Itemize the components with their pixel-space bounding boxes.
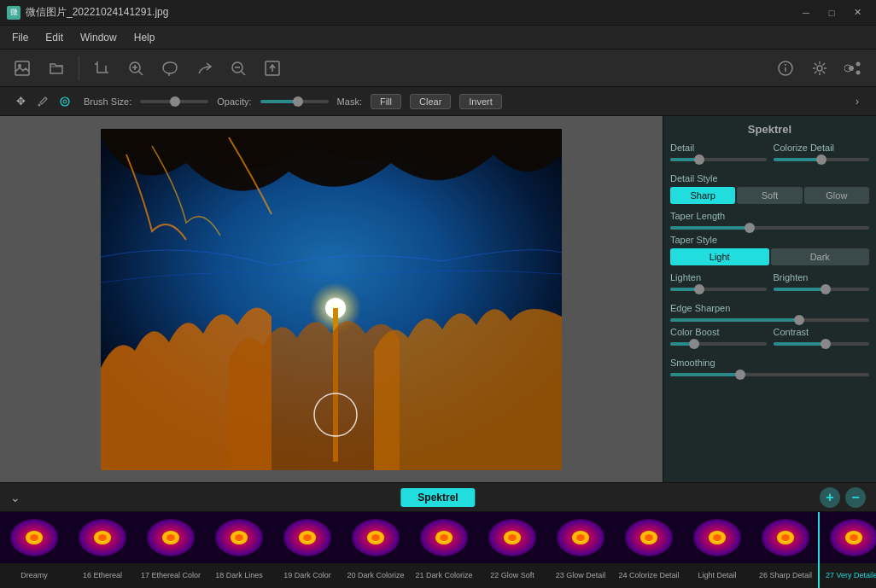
- thumbnail-image-26: [751, 512, 820, 563]
- image-tool-btn[interactable]: [7, 53, 38, 84]
- menu-help[interactable]: Help: [126, 28, 164, 47]
- thumbnail-item-15[interactable]: Dreamy: [0, 512, 68, 588]
- thumbnail-item-22[interactable]: 22 Glow Soft: [478, 512, 546, 588]
- thumbnail-item-18[interactable]: 18 Dark Lines: [205, 512, 273, 588]
- taper-light-btn[interactable]: Light: [670, 248, 769, 265]
- canvas-image: [101, 129, 562, 470]
- fill-button[interactable]: Fill: [371, 94, 401, 109]
- bottom-chevron[interactable]: ⌄: [10, 491, 20, 504]
- thumbnail-label-19: 19 Dark Color: [282, 563, 333, 588]
- thumbnail-item-17[interactable]: 17 Ethereal Color: [137, 512, 205, 588]
- thumbnail-item-20[interactable]: 20 Dark Colorize: [342, 512, 410, 588]
- thumbnail-item-23[interactable]: 23 Glow Detail: [546, 512, 615, 588]
- style-soft-btn[interactable]: Soft: [737, 187, 802, 204]
- window-controls: ─ □ ✕: [794, 3, 869, 22]
- color-boost-control: Color Boost: [670, 327, 767, 351]
- edge-sharpen-slider[interactable]: [670, 318, 869, 322]
- thumbnail-label-22: 22 Glow Soft: [488, 563, 536, 588]
- brighten-slider[interactable]: [774, 288, 870, 291]
- detail-slider[interactable]: [670, 158, 767, 161]
- zoom-in-tool-btn[interactable]: [120, 53, 151, 84]
- remove-preset-btn[interactable]: −: [845, 487, 866, 508]
- smoothing-slider[interactable]: [670, 373, 869, 376]
- svg-point-40: [166, 534, 175, 541]
- thumbnail-item-25[interactable]: Light Detail: [683, 512, 751, 588]
- thumbnail-item-19[interactable]: 19 Dark Color: [273, 512, 342, 588]
- share-btn[interactable]: [838, 53, 869, 84]
- thumbnail-image-20: [342, 512, 410, 563]
- thumbnail-image-24: [615, 512, 683, 563]
- add-preset-btn[interactable]: +: [820, 487, 840, 508]
- move-tool-icon[interactable]: ✥: [10, 91, 31, 112]
- zoom-out-tool-btn[interactable]: [223, 53, 254, 84]
- main-toolbar: [0, 49, 876, 87]
- svg-point-56: [440, 534, 448, 541]
- thumbnail-item-26[interactable]: 26 Sharp Detail: [751, 512, 820, 588]
- menu-file[interactable]: File: [3, 28, 37, 47]
- svg-rect-0: [15, 61, 29, 75]
- taper-length-label: Taper Length: [670, 211, 869, 221]
- opacity-slider[interactable]: [260, 100, 329, 103]
- menu-window[interactable]: Window: [72, 28, 126, 47]
- thumbnail-image-16: [68, 512, 137, 563]
- taper-dark-btn[interactable]: Dark: [771, 248, 870, 265]
- lasso-tool-btn[interactable]: [155, 53, 185, 84]
- lighten-slider[interactable]: [670, 288, 767, 291]
- detail-style-label: Detail Style: [670, 173, 869, 183]
- toolbar-right: [770, 53, 869, 84]
- color-boost-slider[interactable]: [670, 342, 767, 346]
- colorize-detail-slider[interactable]: [774, 158, 870, 161]
- info-btn[interactable]: [770, 53, 801, 84]
- svg-point-80: [850, 534, 858, 541]
- minimize-button[interactable]: ─: [794, 3, 818, 22]
- thumbnail-item-24[interactable]: 24 Colorize Detail: [615, 512, 683, 588]
- lighten-brighten-row: Lighten Brighten: [670, 272, 869, 296]
- menu-edit[interactable]: Edit: [37, 28, 72, 47]
- svg-point-60: [508, 534, 517, 541]
- eyedropper-tool-icon[interactable]: [32, 91, 53, 112]
- close-button[interactable]: ✕: [845, 3, 869, 22]
- svg-point-17: [856, 61, 861, 66]
- contrast-slider[interactable]: [774, 342, 870, 346]
- invert-button[interactable]: Invert: [459, 94, 502, 109]
- redo-tool-btn[interactable]: [189, 53, 219, 84]
- svg-point-21: [61, 97, 69, 106]
- canvas-area[interactable]: [0, 116, 663, 482]
- style-glow-btn[interactable]: Glow: [804, 187, 869, 204]
- crop-tool-btn[interactable]: [86, 53, 117, 84]
- smoothing-label: Smoothing: [670, 358, 869, 368]
- sub-toolbar: ✥ Brush Size: Opacity: Mask: Fill Clear …: [0, 87, 876, 116]
- thumbnail-item-21[interactable]: 21 Dark Colorize: [410, 512, 478, 588]
- export-tool-btn[interactable]: [257, 53, 288, 84]
- svg-point-76: [781, 534, 790, 541]
- thumbnail-image-17: [137, 512, 205, 563]
- lighten-control: Lighten: [670, 272, 767, 296]
- settings-btn[interactable]: [804, 53, 835, 84]
- thumbnail-label-24: 24 Colorize Detail: [616, 563, 680, 588]
- style-sharp-btn[interactable]: Sharp: [670, 187, 735, 204]
- brush-tool-icon[interactable]: [55, 91, 75, 112]
- right-panel: Spektrel Detail Colorize Detail Detail S…: [663, 116, 876, 482]
- svg-point-64: [576, 534, 585, 541]
- thumbnail-image-27: [820, 512, 876, 563]
- maximize-button[interactable]: □: [820, 3, 844, 22]
- thumbnail-item-16[interactable]: 16 Ethereal: [68, 512, 137, 588]
- subtoolbar-arrow[interactable]: ›: [849, 93, 866, 110]
- thumbnail-item-27[interactable]: 27 Very Detailed: [820, 512, 876, 588]
- svg-point-48: [303, 534, 312, 541]
- svg-point-14: [785, 64, 786, 66]
- open-tool-btn[interactable]: [41, 53, 72, 84]
- edge-sharpen-control: Edge Sharpen: [670, 303, 869, 322]
- detail-row: Detail Colorize Detail: [670, 143, 869, 166]
- lighten-label: Lighten: [670, 272, 767, 282]
- taper-style-group: Light Dark: [670, 248, 869, 265]
- thumbnail-label-26: 26 Sharp Detail: [757, 563, 814, 588]
- brush-size-slider[interactable]: [140, 100, 208, 103]
- taper-length-slider[interactable]: [670, 226, 869, 230]
- clear-button[interactable]: Clear: [410, 94, 451, 109]
- colorize-detail-label: Colorize Detail: [774, 143, 870, 153]
- menu-bar: File Edit Window Help: [0, 26, 876, 49]
- svg-point-18: [856, 70, 861, 74]
- bottom-tab[interactable]: Spektrel: [400, 488, 475, 507]
- panel-title: Spektrel: [670, 123, 869, 136]
